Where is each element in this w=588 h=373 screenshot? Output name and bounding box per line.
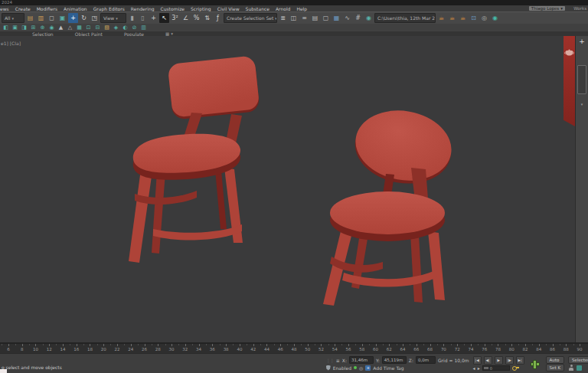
timeline-frame-tick[interactable]: 42	[247, 344, 260, 353]
timeline-frame-tick[interactable]: 66	[410, 344, 423, 353]
angle-snap-icon[interactable]: ∠	[181, 13, 191, 23]
spinner-snap-icon[interactable]: ⇅	[202, 13, 212, 23]
menu-item[interactable]: Customize	[161, 6, 185, 11]
timeline-frame-tick[interactable]: 62	[382, 344, 396, 353]
select-and-move-icon[interactable]: +	[68, 13, 78, 23]
timeline-frame-tick[interactable]: 44	[260, 344, 274, 353]
render-in-cloud-icon[interactable]: ⊡	[469, 13, 479, 23]
y-coordinate-field[interactable]: 45,119m	[382, 356, 407, 364]
selected-dropdown[interactable]: Selected	[568, 356, 588, 364]
add-key-plus-button[interactable]	[528, 357, 542, 371]
key-icon[interactable]	[512, 365, 520, 370]
polygon-mode-icon[interactable]: ⊕	[38, 25, 47, 31]
perspective-viewport[interactable]: e1] [Cla]	[0, 36, 588, 342]
use-selection-center-icon[interactable]: ▯	[138, 13, 148, 23]
timeline-frame-tick[interactable]: 84	[532, 344, 546, 353]
menu-item[interactable]: Help	[296, 6, 307, 11]
menu-item[interactable]: Create	[15, 6, 31, 11]
toggle-scene-explorer-icon[interactable]: ▤	[310, 13, 320, 23]
menu-item[interactable]: Scripting	[191, 6, 211, 11]
material-editor-icon[interactable]: ◉	[364, 13, 374, 23]
menu-item[interactable]: Graph Editors	[93, 6, 125, 11]
toggle-layer-explorer-icon[interactable]: ▢	[321, 13, 331, 23]
menu-item[interactable]: Arnold	[276, 6, 290, 11]
timeline-frame-tick[interactable]: 74	[464, 344, 478, 353]
ring-selection-icon[interactable]: ⊡	[84, 25, 93, 31]
chair-object-2[interactable]	[323, 103, 457, 306]
timeline-frame-tick[interactable]: 22	[110, 344, 124, 353]
rectangular-selection-region-icon[interactable]: ◻	[47, 13, 57, 23]
rendered-frame-teapot-icon[interactable]: ☕	[447, 13, 457, 23]
soft-selection-icon[interactable]: ◧	[2, 25, 10, 31]
command-panel-strip[interactable]: + ▾	[575, 36, 588, 342]
set-key-button[interactable]: Set K	[546, 364, 564, 371]
percent-snap-icon[interactable]: %	[191, 13, 201, 23]
timeline-frame-tick[interactable]: 72	[450, 344, 464, 353]
timeline-frame-tick[interactable]: 36	[205, 344, 219, 353]
timeline-ruler[interactable]: 6810121416182022242628303234363840424446…	[0, 342, 588, 353]
grow-selection-icon[interactable]: ▲	[57, 25, 65, 31]
collapse-icon[interactable]: ⊟	[93, 25, 102, 31]
timeline-frame-tick[interactable]: 76	[478, 344, 492, 353]
loop-selection-icon[interactable]: ▦	[75, 25, 83, 31]
caret-down-icon[interactable]: ▾	[581, 102, 583, 106]
timeline-frame-tick[interactable]: 30	[165, 344, 178, 353]
attach-icon[interactable]: ▧	[103, 25, 111, 31]
timeline-frame-tick[interactable]: 60	[369, 344, 383, 353]
reference-coordinate-dropdown[interactable]: View ▾	[100, 13, 126, 23]
named-selection-set-field[interactable]: Create Selection Set ▾	[224, 13, 277, 23]
timeline-frame-tick[interactable]: 56	[341, 344, 355, 353]
play-button[interactable]: ▶	[495, 356, 503, 365]
selection-filter-dropdown[interactable]: All ▾	[2, 13, 24, 23]
frame-spinner-down-icon[interactable]: ◂	[473, 365, 475, 371]
menu-item[interactable]: Animation	[64, 6, 87, 11]
autodesk-app-icon[interactable]: ◎	[479, 13, 489, 23]
timeline-frame-tick[interactable]: 64	[396, 344, 410, 353]
timeline-frame-tick[interactable]: 14	[56, 344, 70, 353]
schematic-view-icon[interactable]: #	[353, 13, 363, 23]
add-time-tag[interactable]: Add Time Tag	[373, 365, 403, 371]
z-coordinate-field[interactable]: 0,0m	[416, 356, 436, 364]
previous-frame-button[interactable]: ◀|	[484, 356, 492, 365]
timeline-frame-tick[interactable]: 40	[233, 344, 247, 353]
timeline-frame-tick[interactable]: 58	[355, 344, 369, 353]
auto-key-button[interactable]: Auto	[546, 356, 564, 364]
toggle-ribbon-icon[interactable]: ▦	[332, 13, 341, 23]
timeline-frame-tick[interactable]: 24	[124, 344, 138, 353]
element-mode-icon[interactable]: ◉	[47, 25, 56, 31]
frame-spinner-up-icon[interactable]: ▸	[478, 365, 480, 371]
keyboard-override-icon[interactable]: ƒ	[213, 13, 223, 23]
paint-deform-icon[interactable]: ▥	[139, 25, 148, 31]
timeline-frame-tick[interactable]: 88	[559, 344, 573, 353]
select-and-manipulate-icon[interactable]: +	[149, 13, 158, 23]
select-and-link-icon[interactable]: ▤	[25, 13, 35, 23]
chair-object-1[interactable]	[129, 55, 260, 263]
cap-icon[interactable]: ◐	[121, 25, 129, 31]
timeline-frame-tick[interactable]: 10	[29, 344, 43, 353]
timeline-frame-tick[interactable]: 68	[423, 344, 437, 353]
timeline-frame-tick[interactable]: 86	[546, 344, 560, 353]
timeline-frame-tick[interactable]: 46	[273, 344, 287, 353]
transform-typein-icon[interactable]: ≡	[336, 358, 340, 363]
select-object-icon[interactable]: ↖	[159, 13, 169, 23]
edge-mode-icon[interactable]: ◨	[20, 25, 28, 31]
menu-item[interactable]: ews	[0, 6, 9, 11]
timeline-frame-tick[interactable]: 26	[138, 344, 152, 353]
select-and-rotate-icon[interactable]: ↻	[79, 13, 89, 23]
mirror-icon[interactable]: ◫	[289, 13, 299, 23]
edit-named-selections-icon[interactable]: ≣	[278, 13, 288, 23]
camera-icon[interactable]: ◎	[359, 365, 363, 371]
vertex-mode-icon[interactable]: ▣	[11, 25, 19, 31]
timeline-frame-tick[interactable]: 78	[492, 344, 505, 353]
timeline-frame-tick[interactable]: 6	[2, 344, 15, 353]
render-production-teapot-icon[interactable]: ☕	[458, 13, 468, 23]
timeline-frame-tick[interactable]: 90	[573, 344, 586, 353]
menu-item[interactable]: Rendering	[131, 6, 155, 11]
viewport-label[interactable]: e1] [Cla]	[1, 41, 21, 46]
project-folder-dropdown[interactable]: C:\Users\thia, 12th Mar 2024 ▾	[374, 13, 436, 23]
unlink-selection-icon[interactable]: ▥	[36, 13, 46, 23]
render-iterative-icon[interactable]: ◉	[490, 13, 500, 23]
go-to-end-button[interactable]: ▶|	[516, 356, 524, 365]
current-frame-field[interactable]: 0	[482, 365, 510, 371]
align-icon[interactable]: ≡	[299, 13, 309, 23]
